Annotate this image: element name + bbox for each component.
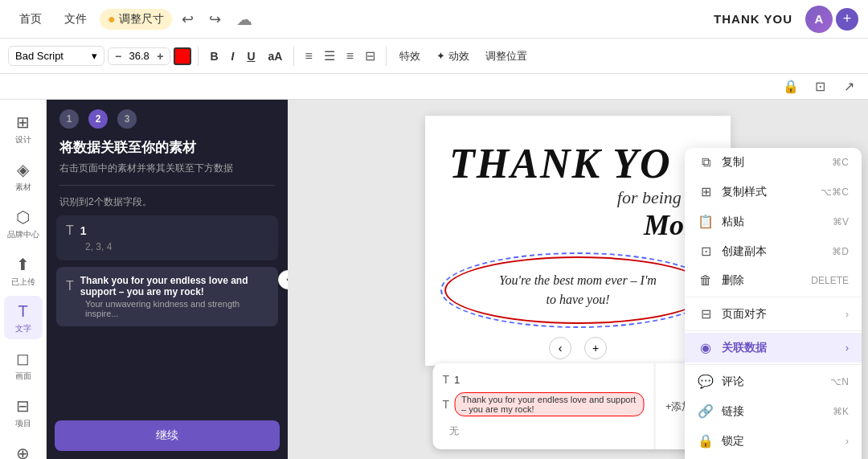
separator-1 bbox=[198, 47, 199, 66]
cloud-icon: ☁ bbox=[236, 10, 252, 29]
step-1[interactable]: 1 bbox=[59, 109, 79, 129]
lock-ctx-icon: 🔒 bbox=[698, 433, 714, 449]
adjust-size-button[interactable]: ● 调整尺寸 bbox=[100, 9, 172, 30]
ctx-duplicate-label: 创建副本 bbox=[722, 244, 824, 259]
font-size-value: 36.8 bbox=[126, 50, 152, 62]
sidebar-item-brand[interactable]: ⬡ 品牌中心 bbox=[4, 201, 43, 245]
sidebar-item-projects[interactable]: ⊟ 项目 bbox=[4, 390, 43, 434]
bold-button[interactable]: B bbox=[205, 47, 223, 66]
redo-button[interactable]: ↪ bbox=[203, 6, 228, 32]
sidebar-label-elements: 素材 bbox=[15, 182, 31, 193]
avatar[interactable]: A bbox=[805, 6, 833, 33]
data-field-2-sub: Your unwavering kindness and strength in… bbox=[66, 299, 268, 318]
align-right-button[interactable]: ≡ bbox=[342, 46, 358, 67]
sidebar-item-text[interactable]: T 文字 bbox=[4, 296, 43, 339]
sidebar-label-uploads: 已上传 bbox=[11, 277, 35, 288]
copy-icon-button[interactable]: ⊡ bbox=[809, 76, 831, 98]
file-button[interactable]: 文件 bbox=[55, 7, 96, 31]
selection-outline bbox=[440, 252, 715, 328]
sidebar-item-elements[interactable]: ◈ 素材 bbox=[4, 154, 43, 198]
sidebar-item-uploads[interactable]: ⬆ 已上传 bbox=[4, 248, 43, 293]
data-field-1-values: 2, 3, 4 bbox=[66, 241, 268, 252]
data-field-2-name: Thank you for your endless love and supp… bbox=[80, 275, 268, 297]
home-button[interactable]: 首页 bbox=[10, 7, 51, 31]
export-button[interactable]: ↗ bbox=[837, 76, 860, 98]
ctx-lock[interactable]: 🔒 锁定 › bbox=[685, 426, 862, 456]
ctx-duplicate-shortcut: ⌘D bbox=[832, 246, 849, 257]
prev-button[interactable]: ‹ bbox=[549, 337, 571, 359]
animation-icon: ✦ bbox=[436, 50, 445, 62]
continue-button[interactable]: 继续 bbox=[55, 420, 280, 451]
bb-field-2-text: Thank you for your endless love and supp… bbox=[454, 392, 645, 416]
ctx-separator-2 bbox=[685, 330, 862, 331]
ctx-lock-label: 锁定 bbox=[722, 434, 837, 449]
text-icon: T bbox=[18, 302, 27, 321]
panel-title: 将数据关联至你的素材 bbox=[47, 138, 288, 162]
oval-container[interactable]: You're the best mom ever – I'mto have yo… bbox=[444, 256, 711, 324]
main-area: ⊞ 设计 ◈ 素材 ⬡ 品牌中心 ⬆ 已上传 T 文字 ◻ 画面 ⊟ 项目 ⊕ bbox=[0, 100, 868, 459]
animation-button[interactable]: ✦ 动效 bbox=[430, 46, 476, 67]
text-field-icon-1: T bbox=[66, 223, 74, 238]
add-collaborator-button[interactable]: + bbox=[836, 8, 858, 31]
data-field-1[interactable]: T 1 2, 3, 4 bbox=[56, 215, 278, 260]
step-2[interactable]: 2 bbox=[88, 109, 108, 129]
panel-divider bbox=[59, 185, 275, 186]
oval-text-box[interactable]: You're the best mom ever – I'mto have yo… bbox=[444, 256, 711, 324]
data-field-1-header: T 1 bbox=[66, 223, 268, 238]
font-size-increase-button[interactable]: + bbox=[154, 50, 166, 63]
bb-field-1-label: 1 bbox=[454, 374, 460, 386]
sidebar-item-apps[interactable]: ⊕ 应用 bbox=[4, 437, 43, 459]
ctx-copy-style-shortcut: ⌥⌘C bbox=[821, 186, 849, 198]
font-family-select[interactable]: Bad Script ▾ bbox=[8, 46, 104, 66]
ctx-page-align-label: 页面对齐 bbox=[722, 307, 837, 322]
ctx-link[interactable]: 🔗 链接 ⌘K bbox=[685, 396, 862, 426]
bb-row-3: 无 bbox=[443, 420, 645, 443]
align-left-button[interactable]: ≡ bbox=[301, 46, 316, 67]
adjust-position-button[interactable]: 调整位置 bbox=[479, 46, 534, 67]
align-center-button[interactable]: ☰ bbox=[320, 45, 339, 67]
ctx-separator-3 bbox=[685, 364, 862, 365]
ctx-paste[interactable]: 📋 粘贴 ⌘V bbox=[685, 207, 862, 236]
align-justify-button[interactable]: ⊟ bbox=[361, 45, 379, 67]
steps-indicator: 1 2 3 bbox=[47, 100, 288, 138]
sidebar-item-design[interactable]: ⊞ 设计 bbox=[4, 106, 43, 150]
data-field-2[interactable]: T Thank you for your endless love and su… bbox=[56, 267, 278, 326]
ctx-duplicate[interactable]: ⊡ 创建副本 ⌘D bbox=[685, 236, 862, 266]
data-field-1-name: 1 bbox=[80, 224, 87, 237]
ctx-separator-1 bbox=[685, 297, 862, 297]
elements-icon: ◈ bbox=[17, 160, 29, 179]
copy-icon: ⧉ bbox=[698, 155, 714, 170]
detected-label: 识别到2个数据字段。 bbox=[47, 195, 288, 215]
font-size-decrease-button[interactable]: − bbox=[112, 50, 125, 63]
ctx-delete-shortcut: DELETE bbox=[811, 275, 849, 286]
next-button[interactable]: + bbox=[584, 337, 607, 359]
ctx-replace[interactable]: ⊞ 替代交互 › bbox=[685, 456, 862, 459]
sidebar-item-draw[interactable]: ◻ 画面 bbox=[4, 342, 43, 387]
ctx-copy[interactable]: ⧉ 复制 ⌘C bbox=[685, 148, 862, 177]
delete-icon: 🗑 bbox=[698, 273, 714, 288]
lock-toolbar: 🔒 ⊡ ↗ bbox=[0, 74, 868, 100]
ctx-comment-shortcut: ⌥N bbox=[830, 376, 849, 387]
bb-none-label: 无 bbox=[443, 423, 465, 440]
ctx-page-align[interactable]: ⊟ 页面对齐 › bbox=[685, 299, 862, 329]
italic-button[interactable]: I bbox=[227, 47, 240, 66]
bb-row-2: T Thank you for your endless love and su… bbox=[443, 389, 645, 420]
comment-icon: 💬 bbox=[698, 374, 714, 389]
lock-button[interactable]: 🔒 bbox=[780, 76, 802, 98]
separator-2 bbox=[293, 47, 294, 66]
bottom-bar: T 1 T Thank you for your endless love an… bbox=[433, 363, 723, 449]
cloud-save-button[interactable]: ☁ bbox=[231, 6, 257, 32]
text-color-picker[interactable] bbox=[174, 47, 191, 65]
ctx-copy-style[interactable]: ⊞ 复制样式 ⌥⌘C bbox=[685, 177, 862, 207]
bb-row-1: T 1 bbox=[443, 370, 645, 389]
effects-button[interactable]: 特效 bbox=[393, 46, 427, 67]
ctx-link-data[interactable]: ◉ 关联数据 › bbox=[685, 333, 862, 363]
ctx-delete[interactable]: 🗑 删除 DELETE bbox=[685, 266, 862, 295]
aa-button[interactable]: aA bbox=[264, 47, 288, 66]
underline-button[interactable]: U bbox=[242, 47, 260, 66]
ctx-comment[interactable]: 💬 评论 ⌥N bbox=[685, 367, 862, 396]
ctx-comment-label: 评论 bbox=[722, 375, 822, 389]
step-3[interactable]: 3 bbox=[117, 109, 137, 129]
undo-button[interactable]: ↩ bbox=[175, 6, 201, 32]
collapse-panel-button[interactable]: ‹ bbox=[278, 270, 288, 289]
